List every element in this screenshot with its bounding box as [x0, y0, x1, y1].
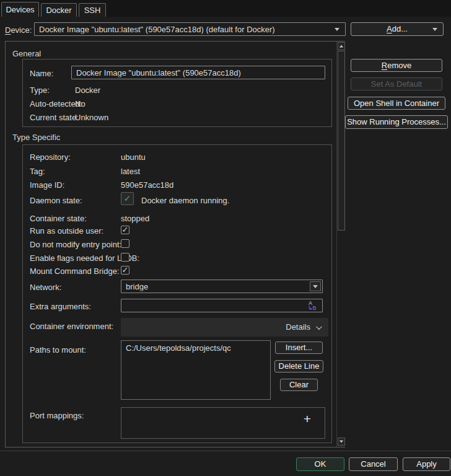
scrollbar-down-button[interactable]: [338, 438, 345, 446]
port-mappings-label: Port mappings:: [30, 411, 84, 420]
extra-arguments-label: Extra arguments:: [30, 302, 91, 311]
show-running-processes-button[interactable]: Show Running Processes...: [345, 115, 448, 129]
variables-icon[interactable]: A ↳B: [308, 301, 319, 312]
current-state-value: Unknown: [75, 113, 108, 122]
type-value: Docker: [75, 86, 100, 95]
repository-value: ubuntu: [121, 152, 146, 162]
network-select-value: bridge: [126, 282, 148, 291]
auto-detected-label: Auto-detected:: [30, 99, 82, 108]
triangle-up-icon: [339, 45, 343, 48]
remove-button[interactable]: Remove: [351, 59, 442, 72]
ok-button[interactable]: OK: [296, 457, 344, 471]
tab-devices[interactable]: Devices: [1, 2, 39, 17]
chevron-down-icon: [316, 324, 322, 330]
daemon-state-text: Docker daemon running.: [141, 196, 229, 205]
image-id-label: Image ID:: [30, 180, 64, 190]
combo-arrow-icon: [335, 28, 339, 31]
device-label: Device:: [5, 25, 32, 35]
set-as-default-button[interactable]: Set As Default: [351, 77, 442, 90]
scrollbar-thumb[interactable]: [338, 51, 345, 231]
daemon-state-label: Daemon state:: [30, 196, 82, 205]
command-bridge-checkbox[interactable]: ✓: [121, 266, 129, 275]
port-mappings-box: +: [121, 407, 325, 439]
add-button[interactable]: Add...: [351, 22, 444, 36]
container-state-label: Container state:: [30, 214, 87, 223]
type-label: Type:: [30, 86, 50, 95]
footer-separator: [0, 451, 451, 451]
open-shell-in-container-button[interactable]: Open Shell in Container: [348, 97, 445, 110]
add-port-button[interactable]: +: [304, 412, 311, 426]
repository-label: Repository:: [30, 152, 71, 162]
green-check-icon: ✓: [124, 193, 131, 203]
general-group-title: General: [12, 49, 41, 58]
auto-detected-value: No: [75, 99, 85, 108]
container-environment-panel: Details: [121, 318, 328, 337]
insert-button[interactable]: Insert...: [275, 342, 323, 354]
command-bridge-label: Mount Command Bridge:: [30, 267, 120, 276]
tag-label: Tag:: [30, 167, 45, 176]
network-label: Network:: [30, 283, 61, 292]
tab-docker[interactable]: Docker: [41, 3, 77, 17]
dropdown-arrow-icon: [432, 28, 437, 31]
name-input-value: Docker Image "ubuntu:latest" (590e57acc1…: [76, 68, 241, 77]
run-as-outside-user-checkbox[interactable]: ✓: [121, 226, 129, 234]
combo-arrow-icon: [313, 285, 318, 288]
container-state-value: stopped: [121, 214, 149, 223]
current-state-label: Current state:: [30, 113, 79, 122]
paths-to-mount-value: C:/Users/tepoldsa/projects/qc: [126, 343, 231, 353]
triangle-down-icon: [339, 441, 343, 443]
daemon-check-button[interactable]: ✓: [121, 192, 134, 205]
details-button[interactable]: Details: [286, 322, 320, 332]
tab-ssh[interactable]: SSH: [79, 3, 106, 17]
lldb-flags-checkbox[interactable]: [121, 253, 129, 262]
paths-to-mount-textarea[interactable]: C:/Users/tepoldsa/projects/qc: [121, 340, 271, 400]
entry-point-checkbox[interactable]: [121, 239, 129, 248]
plus-icon: +: [304, 412, 311, 426]
entry-point-label: Do not modify entry point:: [30, 240, 121, 249]
tag-value: latest: [121, 167, 140, 176]
scrollbar-up-button[interactable]: [338, 42, 345, 50]
device-select[interactable]: Docker Image "ubuntu:latest" (590e57acc1…: [34, 22, 346, 36]
delete-line-button[interactable]: Delete Line: [274, 360, 323, 372]
paths-to-mount-label: Paths to mount:: [30, 345, 86, 355]
container-environment-label: Container environment:: [30, 322, 113, 331]
extra-arguments-input[interactable]: A ↳B: [121, 299, 323, 312]
network-select[interactable]: bridge: [121, 280, 323, 293]
run-as-outside-user-label: Run as outside user:: [30, 226, 103, 236]
scrollbar[interactable]: [336, 42, 345, 447]
network-combo-arrow-button[interactable]: [310, 281, 321, 291]
type-specific-group-title: Type Specific: [12, 133, 60, 142]
name-label: Name:: [30, 69, 53, 78]
name-input[interactable]: Docker Image "ubuntu:latest" (590e57acc1…: [71, 66, 325, 79]
device-settings-dialog: Devices Docker SSH Device: Docker Image …: [0, 0, 451, 476]
clear-button[interactable]: Clear: [280, 379, 318, 391]
image-id-value: 590e57acc18d: [121, 180, 173, 190]
apply-button[interactable]: Apply: [403, 457, 450, 471]
device-select-value: Docker Image "ubuntu:latest" (590e57acc1…: [39, 25, 275, 34]
cancel-button[interactable]: Cancel: [349, 457, 398, 471]
